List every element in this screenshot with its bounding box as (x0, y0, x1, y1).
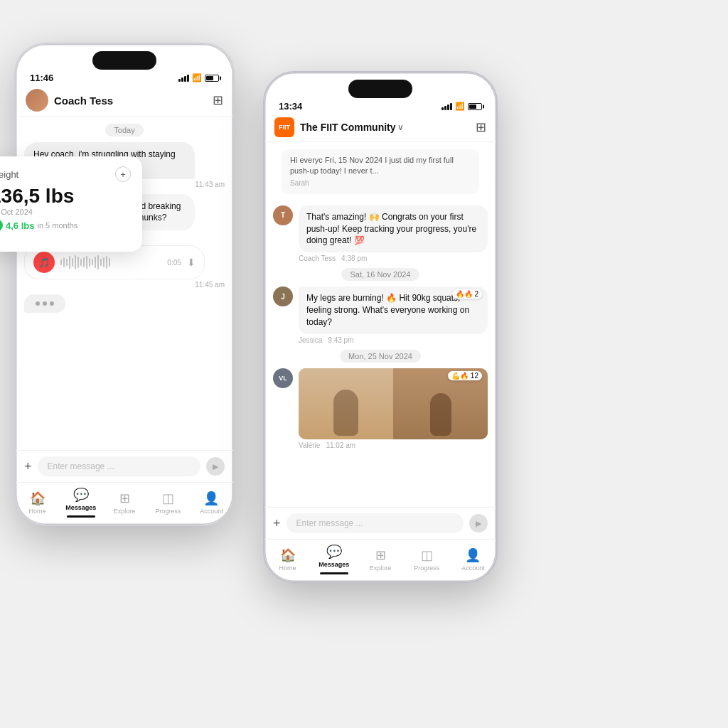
valerie-avatar: VL (273, 368, 293, 388)
weight-card-header: Weight + (0, 166, 131, 182)
nav-messages-right[interactable]: 💬 Messages (311, 544, 357, 574)
date-badge-mon: Mon, 25 Nov 2024 (340, 350, 421, 363)
status-icons-left: 📶 (178, 73, 219, 82)
bottom-nav-left: 🏠 Home 💬 Messages ⊞ Explore ◫ Progress 👤… (16, 482, 233, 525)
community-header[interactable]: FIIT The FIIT Community ∨ ⊞ (264, 113, 496, 142)
nav-account-right[interactable]: 👤 Account (450, 547, 496, 572)
coach-meta: Coach Tess 4:38 pm (299, 255, 488, 262)
messages-icon-right: 💬 (326, 544, 342, 560)
nav-explore-label-left: Explore (114, 508, 136, 515)
community-name: The FIIT Community (300, 122, 396, 133)
attach-icon-left[interactable]: + (24, 459, 32, 474)
home-icon-left: 🏠 (30, 491, 46, 506)
nav-home-right[interactable]: 🏠 Home (264, 547, 311, 572)
weight-change-period: in 5 months (37, 221, 77, 230)
coach-avatar-left (26, 89, 48, 112)
voice-play-icon[interactable]: 🎵 (33, 252, 55, 273)
weight-dots (0, 237, 131, 242)
nav-account-label-left: Account (200, 508, 223, 515)
nav-messages-label-right: Messages (318, 561, 349, 568)
coach-name-left: Coach Tess (54, 95, 213, 107)
signal-icon-right (441, 103, 452, 110)
coach-tess-avatar: T (273, 205, 293, 225)
valerie-msg-time: 11:02 am (326, 441, 355, 449)
messages-icon-left: 💬 (73, 487, 89, 503)
coach-bubble: That's amazing! 🙌 Congrats on your first… (299, 205, 488, 252)
time-left: 11:46 (30, 73, 53, 83)
voice-message: 🎵 (24, 245, 225, 289)
nav-indicator-left (67, 515, 95, 518)
time-voice: 11:45 am (24, 281, 225, 289)
nav-explore-left[interactable]: ⊞ Explore (102, 491, 146, 515)
account-icon-right: 👤 (465, 547, 481, 563)
messages-area-right: Hi everyc Fri, 15 Nov 2024 I just did my… (264, 142, 496, 507)
coach-message-content: That's amazing! 🙌 Congrats on your first… (299, 205, 488, 262)
nav-messages-label-left: Messages (65, 504, 96, 511)
send-button-right[interactable]: ▶ (469, 514, 488, 532)
valerie-message-row: VL (273, 368, 488, 449)
jessica-meta: Jessica 9:43 pm (299, 336, 488, 344)
chat-header-left[interactable]: Coach Tess ⊞ (16, 85, 233, 117)
message-input-left[interactable]: Enter message ... (38, 456, 200, 476)
input-bar-right: + Enter message ... ▶ (264, 507, 496, 539)
before-image (299, 368, 393, 439)
nav-explore-right[interactable]: ⊞ Explore (357, 547, 403, 572)
nav-progress-right[interactable]: ◫ Progress (404, 547, 450, 572)
menu-icon-right[interactable]: ⊞ (476, 119, 486, 135)
nav-progress-label-right: Progress (414, 564, 439, 572)
jessica-sender-name: Jessica (299, 336, 322, 344)
wifi-icon-left: 📶 (192, 73, 202, 82)
menu-icon-left[interactable]: ⊞ (213, 92, 223, 108)
typing-dot-1 (36, 301, 40, 306)
progress-icon-left: ◫ (162, 491, 174, 506)
nav-home-left[interactable]: 🏠 Home (16, 491, 59, 515)
nav-account-left[interactable]: 👤 Account (190, 491, 233, 515)
jessica-message-row: J My legs are burning! 🔥 Hit 90kg squats… (273, 287, 488, 343)
attach-icon-right[interactable]: + (273, 516, 281, 531)
voice-download-icon[interactable]: ⬇ (187, 257, 196, 268)
signal-icon-left (178, 75, 189, 82)
valerie-reactions: 💪🔥 12 (448, 371, 482, 380)
bottom-nav-right: 🏠 Home 💬 Messages ⊞ Explore ◫ Progress 👤… (264, 539, 496, 582)
message-input-right[interactable]: Enter message ... (287, 513, 464, 533)
explore-icon-left: ⊞ (119, 491, 130, 506)
battery-icon-right (468, 103, 482, 110)
weight-add-icon[interactable]: + (115, 166, 131, 182)
coach-msg-time: 4:38 pm (341, 255, 367, 262)
voice-duration: 0:05 (167, 259, 181, 267)
date-badge-today: Today (105, 124, 143, 136)
nav-home-label-right: Home (279, 564, 296, 572)
preview-text: Hi everyc Fri, 15 Nov 2024 I just did my… (290, 155, 471, 177)
jessica-avatar: J (273, 287, 293, 306)
progress-icon-right: ◫ (421, 547, 433, 563)
status-bar-left: 11:46 📶 (16, 70, 233, 85)
dynamic-island-right (348, 80, 412, 98)
status-icons-right: 📶 (441, 102, 482, 111)
nav-indicator-right (320, 572, 348, 574)
nav-progress-left[interactable]: ◫ Progress (146, 491, 190, 515)
preview-sender: Sarah (290, 178, 471, 188)
battery-icon-left (205, 75, 219, 82)
input-placeholder-right: Enter message ... (296, 518, 363, 528)
weight-title: Weight (0, 169, 18, 180)
nav-account-label-right: Account (461, 564, 485, 572)
account-icon-left: 👤 (203, 491, 219, 506)
weight-card: Weight + 136,5 lbs 16 Oct 2024 ↓ 4,6 lbs… (0, 156, 142, 252)
nav-progress-label-left: Progress (155, 508, 181, 515)
right-phone: 13:34 📶 FIIT The FIIT Community ∨ ⊞ Hi e… (263, 71, 498, 583)
date-badge-sat: Sat, 16 Nov 2024 (341, 268, 419, 281)
input-bar-left: + Enter message ... ▶ (16, 450, 233, 482)
coach-message-row: T That's amazing! 🙌 Congrats on your fir… (273, 205, 488, 262)
valerie-meta: Valérie 11:02 am (299, 441, 488, 449)
send-button-left[interactable]: ▶ (206, 457, 225, 476)
preview-message: Hi everyc Fri, 15 Nov 2024 I just did my… (282, 149, 479, 194)
chevron-down-icon[interactable]: ∨ (397, 122, 404, 132)
nav-messages-left[interactable]: 💬 Messages (59, 487, 102, 518)
jessica-msg-time: 9:43 pm (328, 336, 353, 344)
waveform (60, 255, 161, 269)
fiit-logo: FIIT (274, 117, 294, 137)
wifi-icon-right: 📶 (455, 102, 465, 111)
weight-date: 16 Oct 2024 (0, 208, 131, 216)
weight-value: 136,5 lbs (0, 185, 131, 208)
left-phone: 11:46 📶 Coach Tess ⊞ Today Hey coach, i'… (14, 43, 235, 526)
